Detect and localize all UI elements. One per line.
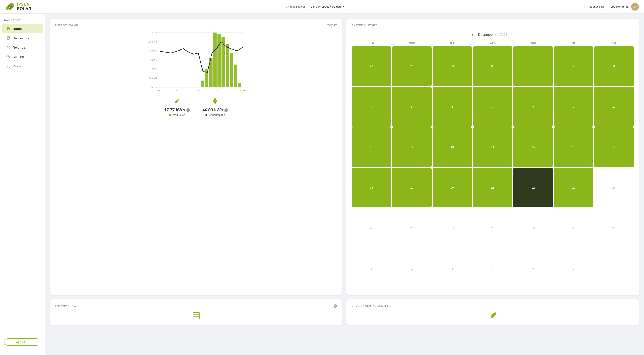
cal-day[interactable]: 5 [392,87,432,127]
svg-rect-28 [214,33,216,87]
cal-day[interactable]: 17 [594,127,634,167]
main-layout: NAVIGATION Home Documents Referrals Supp… [0,14,644,355]
svg-rect-34 [238,83,241,87]
cal-day[interactable]: 23 [554,168,593,208]
svg-text:2 kWh: 2 kWh [150,50,157,52]
svg-rect-42 [215,103,216,104]
sidebar-item-home[interactable]: Home [2,24,43,33]
energy-flow-card: ENERGY FLOW i [50,299,342,325]
day-header-wed: WED [473,41,512,46]
cal-day[interactable]: 6 [432,87,472,127]
cal-day[interactable]: 6 [554,249,593,288]
sidebar-item-support[interactable]: Support [2,53,43,61]
energy-usage-card: ENERGY USAGE TODAY 3 kWh 2.5 kWh 2 kWh 1… [50,19,342,295]
svg-text:2.5 kWh: 2.5 kWh [148,41,157,43]
cal-day[interactable]: 4 [352,87,391,127]
top-cards-row: ENERGY USAGE TODAY 3 kWh 2.5 kWh 2 kWh 1… [50,19,639,295]
cal-day[interactable]: 30 [473,47,512,86]
svg-rect-40 [214,99,215,100]
cal-day[interactable]: 10 [594,87,634,127]
svg-text:0 Wh: 0 Wh [152,86,157,89]
cal-day[interactable]: 7 [594,249,634,288]
cal-day[interactable]: 27 [352,47,391,86]
consumption-label: Consumption [205,113,225,117]
day-header-sat: SAT [594,41,634,46]
plug-icon [212,98,218,106]
production-info-icon[interactable]: i [186,109,190,112]
cal-day[interactable]: 28 [473,208,512,248]
cal-day[interactable]: 13 [432,127,472,167]
svg-rect-29 [218,34,221,87]
energy-stats: 17.77 kWh i Production 46.09 [55,98,337,117]
cal-day[interactable]: 9 [554,87,593,127]
energy-flow-info-icon[interactable]: i [334,304,337,308]
calendar: ‹ December ▾ 2022 › SUN MON TUE WED [352,30,634,290]
profile-icon [6,64,10,68]
sidebar-item-profile[interactable]: Profile [2,62,43,70]
environmental-benefits-title: ENVIRONMENTAL BENEFITS [352,304,392,307]
user-info: Joe Marhamati J [611,3,639,11]
sidebar-home-label: Home [13,27,22,31]
consumption-info-icon[interactable]: i [224,109,228,112]
logout-button[interactable]: Log Out → [4,338,40,346]
sidebar-item-documents[interactable]: Documents [2,34,43,42]
cal-day[interactable]: 26 [392,208,432,248]
cal-day[interactable]: 1 [352,249,391,288]
production-dot [169,114,171,116]
cal-day[interactable]: 1 [513,47,553,86]
cal-day[interactable]: 18 [352,168,391,208]
cal-day[interactable]: 2 [392,249,432,288]
cal-day[interactable]: 16 [554,127,593,167]
cal-day[interactable]: 29 [432,47,472,86]
cal-day[interactable]: 29 [513,208,553,248]
prev-month-button[interactable]: ‹ [470,32,474,38]
cal-day[interactable]: 11 [352,127,391,167]
svg-text:12am: 12am [240,89,246,92]
cal-day[interactable]: 8 [513,87,553,127]
mail-icon: ✉ [601,5,604,9]
cal-day[interactable]: 2 [554,47,593,86]
calendar-nav: ‹ December ▾ 2022 › [352,32,634,38]
cal-day[interactable]: 12 [392,127,432,167]
sidebar-item-referrals[interactable]: Referrals [2,43,43,52]
feedback-label: Feedback [588,5,600,8]
cal-day[interactable]: 19 [392,168,432,208]
cal-day[interactable]: 3 [594,47,634,86]
grid-icon [192,311,200,320]
consumption-value: 46.09 kWh i [202,108,228,113]
project-selector[interactable]: 1340 W Street Northeast [307,4,348,10]
production-value: 17.77 kWh i [164,108,190,113]
cal-day[interactable]: 5 [513,249,553,288]
next-month-button[interactable]: › [511,32,515,38]
svg-text:1.5 kWh: 1.5 kWh [148,59,157,61]
logout-label: Log Out [15,340,25,344]
content-area: ENERGY USAGE TODAY 3 kWh 2.5 kWh 2 kWh 1… [45,14,644,355]
cal-day[interactable]: 4 [473,249,512,288]
cal-day[interactable]: 28 [392,47,432,86]
svg-rect-32 [230,53,233,87]
cal-day[interactable]: 20 [432,168,472,208]
logo-text: IPSUN SOLAR [17,3,32,11]
support-icon [6,55,10,59]
svg-text:500 wH: 500 wH [149,77,157,80]
feedback-button[interactable]: Feedback ✉ [584,4,607,10]
svg-point-8 [9,47,10,47]
day-header-fri: FRI [554,41,593,46]
cal-day[interactable]: 14 [473,127,512,167]
cal-day[interactable]: 3 [432,249,472,288]
svg-text:6am: 6am [176,89,180,92]
cal-day[interactable]: 15 [513,127,553,167]
cal-day[interactable]: 25 [352,208,391,248]
calendar-grid: SUN MON TUE WED THU FRI SAT 27 28 29 30 … [352,41,634,288]
cal-day[interactable]: 30 [554,208,593,248]
cal-day[interactable]: 27 [432,208,472,248]
sidebar-bottom: Log Out → [0,334,44,350]
day-header-thu: THU [513,41,553,46]
cal-day-today[interactable]: 22 [513,168,553,208]
cal-day[interactable]: 31 [594,208,634,248]
cal-day[interactable]: 7 [473,87,512,127]
day-header-mon: MON [392,41,432,46]
cal-day[interactable]: 21 [473,168,512,208]
svg-text:6pm: 6pm [216,89,220,92]
cal-day[interactable]: 24 [594,168,634,208]
